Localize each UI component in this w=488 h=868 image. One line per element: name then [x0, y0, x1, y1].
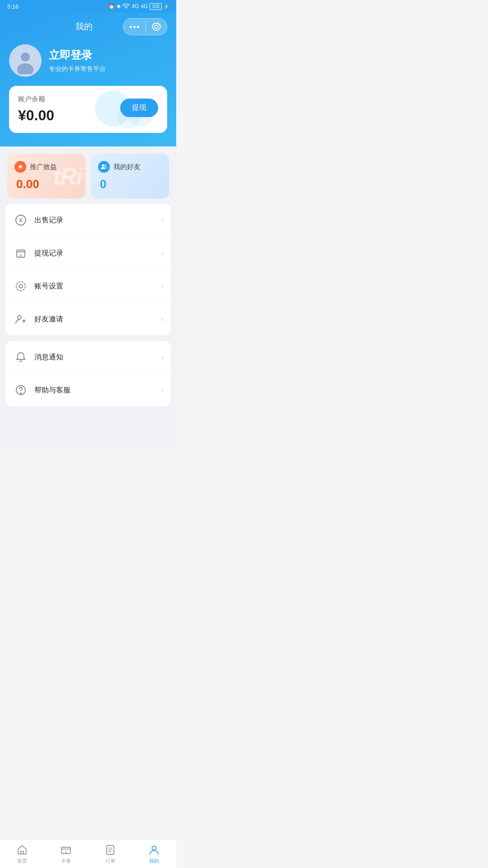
- balance-card: 账户余额 ¥0.00 提现: [9, 86, 167, 133]
- withdraw-arrow: ›: [161, 249, 164, 257]
- support-arrow: ›: [161, 386, 164, 394]
- support-label: 帮助与客服: [34, 386, 161, 395]
- sale-icon: ¥: [13, 212, 29, 228]
- user-name[interactable]: 立即登录: [49, 48, 106, 62]
- stats-row: 推广效益 0.00 tRi 我的好友 0: [0, 146, 176, 204]
- balance-info: 账户余额 ¥0.00: [18, 95, 54, 124]
- status-time: 5:16: [7, 3, 19, 10]
- more-button[interactable]: [123, 23, 145, 31]
- signal2-icon: 4G: [141, 3, 148, 9]
- menu-item-support[interactable]: 帮助与客服 ›: [5, 374, 171, 406]
- svg-point-4: [102, 165, 104, 167]
- header-buttons[interactable]: [123, 18, 167, 35]
- user-subtitle: 专业的卡券寄售平台: [49, 65, 106, 73]
- settings-icon: [13, 278, 29, 294]
- dot2: [133, 26, 136, 28]
- svg-point-5: [104, 165, 106, 166]
- svg-point-12: [18, 316, 21, 319]
- user-section[interactable]: 立即登录 专业的卡券寄售平台: [9, 44, 167, 77]
- notification-icon: [13, 349, 29, 365]
- friends-label: 我的好友: [113, 163, 141, 171]
- eye-button[interactable]: [146, 19, 167, 35]
- friends-icon: [98, 161, 110, 173]
- status-bar: 5:16 ⏰ ✱ 4G 4G 100 ⚡: [0, 0, 176, 13]
- menu-section-2: 消息通知 › 帮助与客服 ›: [5, 341, 171, 406]
- svg-point-14: [20, 393, 21, 394]
- svg-point-0: [155, 25, 158, 28]
- notification-label: 消息通知: [34, 353, 161, 362]
- withdraw-icon: ¥: [13, 245, 29, 261]
- menu-item-invite[interactable]: 好友邀请 ›: [5, 303, 171, 335]
- nav-bar: 我的: [9, 13, 167, 41]
- eye-icon: [151, 22, 161, 32]
- promo-icon: [14, 161, 26, 173]
- svg-text:¥: ¥: [19, 217, 23, 224]
- promo-stat-card[interactable]: 推广效益 0.00 tRi: [7, 154, 85, 198]
- svg-point-2: [21, 52, 30, 61]
- support-icon: [13, 382, 29, 398]
- signal1-icon: 4G: [131, 3, 139, 9]
- svg-text:¥: ¥: [19, 253, 22, 258]
- menu-section-1: ¥ 出售记录 › ¥ 提现记录 ›: [5, 204, 171, 335]
- friends-stat-card[interactable]: 我的好友 0: [91, 154, 169, 198]
- page-title: 我的: [45, 21, 123, 33]
- withdraw-label: 提现记录: [34, 249, 161, 258]
- promo-bg-text: tRi: [53, 165, 82, 188]
- friends-stat-header: 我的好友: [98, 161, 162, 173]
- wifi-icon: [122, 4, 130, 9]
- balance-label: 账户余额: [18, 95, 54, 104]
- user-info: 立即登录 专业的卡券寄售平台: [49, 48, 106, 73]
- balance-amount: ¥0.00: [18, 107, 54, 124]
- dot1: [130, 26, 132, 28]
- menu-item-sale[interactable]: ¥ 出售记录 ›: [5, 204, 171, 237]
- dot3: [137, 26, 139, 28]
- avatar[interactable]: [9, 44, 42, 77]
- invite-label: 好友邀请: [34, 315, 161, 324]
- battery-icon: 100: [150, 3, 162, 10]
- avatar-image: [12, 47, 39, 74]
- withdraw-button[interactable]: 提现: [120, 99, 158, 117]
- header-section: 我的 立即登录 专业: [0, 13, 176, 146]
- bluetooth-icon: ✱: [117, 4, 121, 9]
- invite-icon: [13, 311, 29, 327]
- svg-point-11: [16, 282, 25, 291]
- notification-arrow: ›: [161, 353, 164, 361]
- svg-point-10: [19, 284, 23, 288]
- menu-item-withdraw[interactable]: ¥ 提现记录 ›: [5, 237, 171, 270]
- sale-arrow: ›: [161, 216, 164, 224]
- menu-item-settings[interactable]: 账号设置 ›: [5, 270, 171, 303]
- main-content: 推广效益 0.00 tRi 我的好友 0: [0, 146, 176, 448]
- alarm-icon: ⏰: [108, 4, 115, 9]
- menu-item-notification[interactable]: 消息通知 ›: [5, 341, 171, 374]
- bottom-space: [0, 412, 176, 448]
- settings-label: 账号设置: [34, 282, 161, 291]
- friends-value: 0: [98, 177, 162, 191]
- invite-arrow: ›: [161, 315, 164, 323]
- balance-header: 账户余额 ¥0.00 提现: [18, 95, 158, 124]
- status-icons: ⏰ ✱ 4G 4G 100 ⚡: [108, 3, 169, 10]
- sale-label: 出售记录: [34, 216, 161, 225]
- settings-arrow: ›: [161, 282, 164, 290]
